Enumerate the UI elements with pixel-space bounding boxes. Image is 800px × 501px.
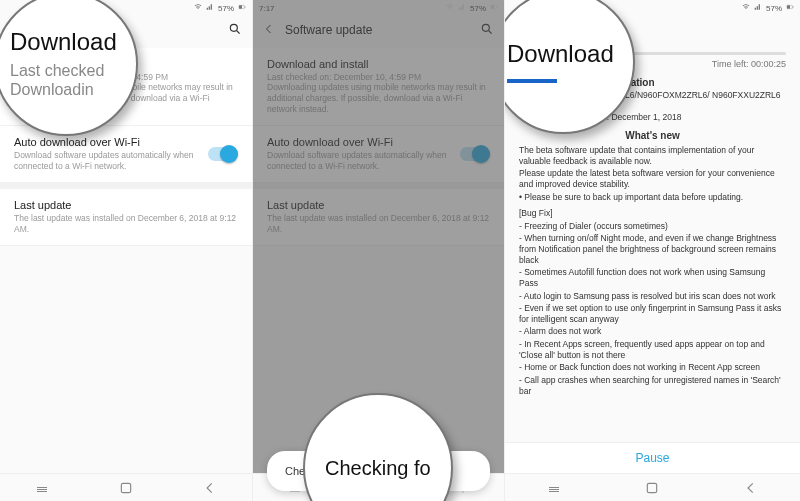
signal-icon [458, 3, 466, 13]
bugfix-item: - Even if we set option to use only fing… [519, 303, 786, 324]
bugfix-item: - Call app crashes when searching for un… [519, 375, 786, 396]
time-left: Time left: 00:00:25 [505, 57, 800, 73]
nav-bar [0, 473, 252, 501]
row-auto-download[interactable]: Auto download over Wi-Fi Download softwa… [0, 126, 252, 183]
back-icon[interactable] [515, 22, 527, 36]
app-header: Software update [253, 16, 504, 48]
screen-software-update: 57% Software update Download and install… [0, 0, 252, 501]
bugfix-item: - Home or Back function does not working… [519, 362, 786, 373]
row-sub: Download software updates automatically … [14, 150, 200, 172]
nav-recents-icon[interactable] [544, 481, 564, 495]
battery-text: 57% [218, 4, 234, 13]
row-sub: The last update was installed on Decembe… [14, 213, 238, 235]
intro-text: The beta software update that contains i… [519, 145, 786, 166]
header-title: Software update [285, 23, 470, 37]
row-sub2: Downloading updates using mobile network… [14, 82, 238, 115]
svg-rect-21 [549, 491, 559, 492]
svg-rect-22 [648, 483, 657, 492]
header-title: Software update [32, 23, 218, 37]
pause-button[interactable]: Pause [505, 442, 800, 473]
toggle-auto-download[interactable] [208, 147, 238, 161]
nav-home-icon[interactable] [116, 481, 136, 495]
wifi-icon [194, 3, 202, 13]
status-time: 7:17 [259, 4, 275, 13]
row-sub: Last checked on: December 10, 4:59 PM [267, 72, 490, 82]
row-label: Download and install [267, 58, 490, 70]
row-label: Last update [14, 199, 238, 211]
row-label: Download and install [14, 58, 238, 70]
nav-home-icon[interactable] [642, 481, 662, 495]
row-sub: The last update was installed on Decembe… [267, 213, 490, 235]
row-last-update[interactable]: Last update The last update was installe… [0, 189, 252, 246]
nav-back-icon[interactable] [200, 481, 220, 495]
info-size: Size: 553.88 MB [533, 101, 786, 111]
download-progress [519, 52, 786, 55]
svg-rect-1 [239, 5, 242, 8]
svg-rect-18 [793, 6, 794, 7]
toast-text: Checking for updates… [285, 465, 400, 477]
bugfix-item: - Freezing of Dialer (occurs sometimes) [519, 221, 786, 232]
bugfix-heading: [Bug Fix] [519, 208, 786, 219]
back-icon[interactable] [263, 23, 275, 37]
nav-bar [505, 473, 800, 501]
wifi-icon [446, 3, 454, 13]
screen-checking-updates: 7:17 57% Software update Download and in… [252, 0, 504, 501]
row-label: Last update [267, 199, 490, 211]
update-details: Software update information Version: N96… [505, 77, 800, 438]
row-download-install: Download and install Last checked on: De… [253, 48, 504, 126]
battery-icon [490, 3, 498, 13]
bugfix-item: - When turning on/off Night mode, and ev… [519, 233, 786, 265]
info-heading: Software update information [519, 77, 786, 88]
row-label: Auto download over Wi-Fi [267, 136, 452, 148]
intro-text: • Please be sure to back up important da… [519, 192, 786, 203]
info-version: Version: N960FXXU2ZRL6/N960FOXM2ZRL6/ N9… [533, 90, 786, 100]
status-bar: 57% [505, 0, 800, 16]
row-label: Auto download over Wi-Fi [14, 136, 200, 148]
screen-downloading: 57% Software update Time left: 00:00:25 … [504, 0, 800, 501]
app-header: Software update [505, 16, 800, 46]
row-download-install[interactable]: Download and install Last checked on: De… [0, 48, 252, 126]
svg-rect-10 [497, 6, 498, 7]
nav-back-icon[interactable] [741, 481, 761, 495]
bugfix-item: - In Recent Apps screen, frequently used… [519, 339, 786, 360]
svg-rect-19 [549, 487, 559, 488]
row-sub2: Downloading updates using mobile network… [267, 82, 490, 115]
signal-icon [206, 3, 214, 13]
bugfix-item: - Auto login to Samsung pass is resolved… [519, 291, 786, 302]
svg-rect-9 [491, 5, 494, 8]
search-icon[interactable] [228, 22, 242, 38]
bugfix-item: - Alarm does not work [519, 326, 786, 337]
status-bar: 7:17 57% [253, 0, 504, 16]
wifi-icon [742, 3, 750, 13]
battery-icon [786, 3, 794, 13]
toggle-auto-download [460, 147, 490, 161]
svg-rect-2 [245, 6, 246, 7]
intro-text: Please update the latest beta software v… [519, 168, 786, 189]
status-bar: 57% [0, 0, 252, 16]
svg-point-3 [230, 24, 237, 31]
battery-icon [238, 3, 246, 13]
svg-rect-4 [37, 487, 47, 488]
signal-icon [754, 3, 762, 13]
battery-text: 57% [766, 4, 782, 13]
toast-checking: Checking for updates… [267, 451, 490, 491]
back-icon[interactable] [10, 23, 22, 37]
svg-rect-17 [787, 5, 790, 8]
row-auto-download: Auto download over Wi-Fi Download softwa… [253, 126, 504, 183]
row-sub: Last checked on: December 10, 4:59 PM [14, 72, 238, 82]
whatsnew-heading: What's new [519, 130, 786, 141]
search-icon[interactable] [480, 22, 494, 38]
row-sub: Download software updates automatically … [267, 150, 452, 172]
nav-recents-icon[interactable] [32, 481, 52, 495]
svg-rect-6 [37, 491, 47, 492]
info-patch: Security patch level: December 1, 2018 [533, 112, 786, 122]
header-title: Software update [537, 22, 790, 36]
pause-label: Pause [635, 451, 669, 465]
app-header: Software update [0, 16, 252, 48]
svg-rect-20 [549, 489, 559, 490]
battery-text: 57% [470, 4, 486, 13]
svg-rect-7 [121, 483, 130, 492]
row-last-update: Last update The last update was installe… [253, 189, 504, 246]
svg-rect-5 [37, 489, 47, 490]
bugfix-item: - Sometimes Autofill function does not w… [519, 267, 786, 288]
